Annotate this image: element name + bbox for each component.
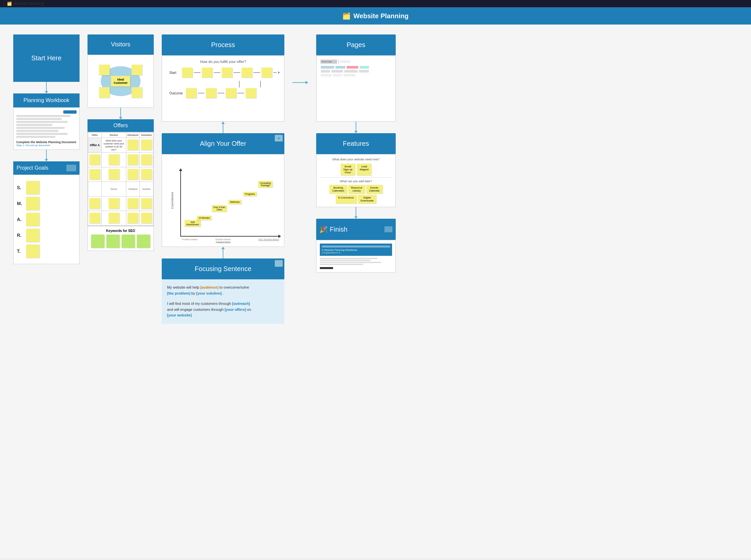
process-sticky-6[interactable] <box>186 88 197 98</box>
offers-offer-3[interactable] <box>88 167 102 182</box>
keywords-title: Keywords for SEO <box>91 229 151 233</box>
goal-sticky-m[interactable] <box>26 197 39 210</box>
offers-obstacle-2[interactable] <box>126 153 140 167</box>
process-sticky-4[interactable] <box>242 67 252 78</box>
column-2: Visitors IdealCustomer Offe <box>87 35 154 251</box>
chart-item-free-class[interactable]: Free 3-PartClass <box>212 205 227 212</box>
goal-sticky-s[interactable] <box>26 181 39 194</box>
offers-offer-5[interactable] <box>88 211 102 226</box>
focusing-header[interactable]: Focusing Sentence <box>162 258 284 279</box>
visitor-sticky-br[interactable] <box>132 87 142 98</box>
offers-solution-2[interactable] <box>140 153 154 167</box>
chart-item-programs[interactable]: Programs <box>243 192 257 196</box>
project-goals-content: S. M. A. R. T. <box>13 175 80 264</box>
offers-solution-1[interactable] <box>140 138 154 153</box>
offers-offer-2[interactable] <box>88 153 102 167</box>
ideal-customer-sticky[interactable]: IdealCustomer <box>111 76 130 86</box>
keyword-sticky-3[interactable] <box>122 235 135 248</box>
offers-solution-3[interactable] <box>140 167 154 182</box>
visitors-header[interactable]: Visitors <box>87 35 154 55</box>
process-content: How do you fulfill your offer? Start <box>162 55 284 122</box>
process-header[interactable]: Process <box>162 35 284 55</box>
project-goals-header[interactable]: Project Goals <box>13 161 80 175</box>
pages-header[interactable]: Pages <box>316 35 396 55</box>
offers-row-5 <box>88 211 154 226</box>
offers-blank <box>88 182 102 197</box>
focusing-content: My website will help [audience] to overc… <box>162 279 284 324</box>
process-sticky-2[interactable] <box>202 67 213 78</box>
process-sticky-8[interactable] <box>226 88 236 98</box>
focusing-icon <box>275 260 283 267</box>
offers-solution-header2: Solution <box>140 182 154 197</box>
offers-desire-2[interactable] <box>102 153 126 167</box>
offers-desire-4[interactable] <box>102 197 126 211</box>
workbook-link[interactable]: Step 1: Get set up document <box>16 144 77 147</box>
process-sticky-3[interactable] <box>222 67 232 78</box>
process-sticky-9[interactable] <box>245 88 256 98</box>
process-sticky-5[interactable] <box>261 67 272 78</box>
focusing-outreach: [outreach] <box>232 302 250 305</box>
connector-2-1 <box>119 108 122 119</box>
goal-sticky-a[interactable] <box>26 213 39 226</box>
offers-solution-4[interactable] <box>140 197 154 211</box>
keyword-sticky-4[interactable] <box>137 235 150 248</box>
offers-desire-3[interactable] <box>102 167 126 182</box>
keywords-stickies <box>91 235 151 248</box>
planning-workbook-header[interactable]: Planning Workbook <box>13 94 80 107</box>
feature-booking[interactable]: BookingCalendars <box>330 185 347 194</box>
features-header[interactable]: Features <box>316 133 396 154</box>
keyword-sticky-2[interactable] <box>106 235 120 248</box>
goal-row-t: T. <box>17 244 76 258</box>
visitors-content: IdealCustomer <box>87 55 154 108</box>
feature-email-signup[interactable]: EmailSign-upForm <box>341 164 355 175</box>
visitor-sticky-tl[interactable] <box>99 65 110 75</box>
goal-sticky-t[interactable] <box>26 244 39 258</box>
tab-label[interactable]: 1. 🗂️ Website Planning <box>3 1 44 6</box>
offers-label: Offers <box>113 123 127 128</box>
finish-header[interactable]: 🎉 Finish <box>316 219 396 240</box>
feature-resource-library[interactable]: ResourceLibrary <box>348 185 365 194</box>
focusing-solution: [your solution] <box>196 291 222 295</box>
connector-3-up <box>162 122 284 133</box>
feature-ecommerce[interactable]: E-Commerce <box>336 195 357 203</box>
keyword-sticky-1[interactable] <box>91 235 104 248</box>
feature-lead-magnet[interactable]: LeadMagnet <box>357 164 371 175</box>
header-icon: 🗂️ <box>342 12 351 20</box>
chart-item-webinars[interactable]: Webinars <box>228 200 241 204</box>
process-sticky-1[interactable] <box>182 67 193 78</box>
offers-col-desire: Desire <box>102 133 126 138</box>
pages-label: Pages <box>347 41 365 48</box>
offers-obstacle-3[interactable] <box>126 167 140 182</box>
offers-obstacle-4[interactable] <box>126 197 140 211</box>
offers-desire-header2: Desire <box>102 182 126 197</box>
align-offer-header[interactable]: Align Your Offer <box>162 133 284 154</box>
offers-desire-5[interactable] <box>102 211 126 226</box>
features-content: What does your website need now? EmailSi… <box>316 154 396 207</box>
connector-1-1 <box>45 82 48 94</box>
offers-desire-1[interactable]: What does your customer need your soluti… <box>102 138 126 153</box>
offers-row-header-2: Desire Obstacle Solution <box>88 182 154 197</box>
pages-sitemap: Home Page <box>319 58 393 78</box>
offers-offer-4[interactable] <box>88 197 102 211</box>
feature-downloads[interactable]: DigitalDownloads <box>358 195 376 203</box>
process-sticky-7[interactable] <box>206 88 216 98</box>
finish-doc-header: 5 Website Planning Workbook Congratulati… <box>320 243 392 256</box>
offers-obstacle-5[interactable] <box>126 211 140 226</box>
offers-header[interactable]: Offers <box>87 119 154 132</box>
feature-events[interactable]: EventsCalendar <box>366 185 382 194</box>
start-here-box[interactable]: Start Here <box>13 35 80 82</box>
pages-home-row: Home Page <box>320 60 391 64</box>
chart-item-consulting[interactable]: ConsultingPackage <box>258 181 272 187</box>
chart-item-10-minutes[interactable]: 10 Minutes <box>197 216 212 220</box>
page-title: Website Planning <box>353 12 408 20</box>
visitor-sticky-tr[interactable] <box>132 65 142 75</box>
visitor-sticky-bl[interactable] <box>99 87 110 98</box>
offers-obstacle-1[interactable] <box>126 138 140 153</box>
process-connector-v <box>166 81 280 87</box>
offers-solution-5[interactable] <box>140 211 154 226</box>
chart-item-self-assessment[interactable]: SelfAssessment <box>184 220 200 227</box>
planning-workbook-content: Complete the Website Planning Document S… <box>13 107 80 150</box>
column-3: Process How do you fulfill your offer? S… <box>162 35 284 324</box>
goal-sticky-r[interactable] <box>26 228 39 242</box>
offers-col-solution: Solution <box>140 133 154 138</box>
